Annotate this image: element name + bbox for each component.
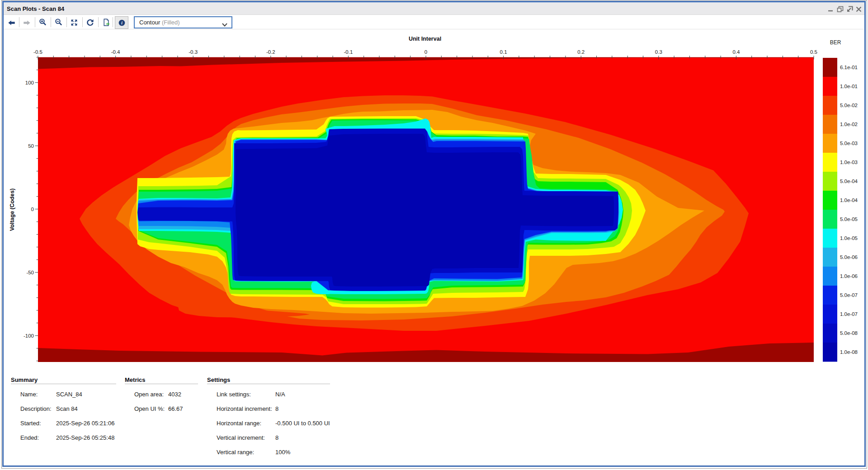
svg-text:-100: -100 [24, 333, 34, 338]
svg-text:0: 0 [31, 207, 34, 212]
svg-text:Voltage (Codes): Voltage (Codes) [9, 188, 15, 231]
svg-text:-0.5: -0.5 [33, 49, 42, 55]
svg-text:5.0e-04: 5.0e-04 [840, 179, 858, 184]
svg-text:1.0e-08: 1.0e-08 [840, 349, 858, 355]
svg-text:1.0e-05: 1.0e-05 [840, 235, 858, 241]
svg-text:BER: BER [830, 39, 841, 46]
svg-text:5.0e-03: 5.0e-03 [840, 141, 858, 146]
svg-text:1.0e-02: 1.0e-02 [840, 122, 858, 127]
svg-text:5.0e-07: 5.0e-07 [840, 292, 858, 298]
svg-text:-0.3: -0.3 [189, 49, 198, 55]
svg-text:5.0e-02: 5.0e-02 [840, 103, 858, 108]
svg-text:1.0e-03: 1.0e-03 [840, 160, 858, 165]
svg-text:0: 0 [425, 49, 427, 55]
svg-text:0.5: 0.5 [810, 49, 817, 55]
svg-text:-0.1: -0.1 [344, 49, 353, 55]
svg-text:-0.2: -0.2 [266, 49, 275, 55]
svg-text:1.0e-06: 1.0e-06 [840, 273, 858, 279]
svg-text:5.0e-08: 5.0e-08 [840, 330, 858, 336]
svg-text:5.0e-06: 5.0e-06 [840, 254, 858, 260]
svg-text:-0.4: -0.4 [111, 49, 120, 55]
svg-text:6.1e-01: 6.1e-01 [840, 65, 858, 70]
svg-text:0.3: 0.3 [655, 49, 662, 55]
svg-text:1.0e-07: 1.0e-07 [840, 311, 858, 317]
svg-text:Unit Interval: Unit Interval [409, 36, 441, 42]
svg-text:1.0e-01: 1.0e-01 [840, 84, 858, 89]
svg-text:100: 100 [25, 80, 34, 85]
svg-text:50: 50 [28, 143, 34, 149]
svg-text:0.2: 0.2 [577, 49, 585, 55]
svg-text:-50: -50 [26, 270, 34, 275]
svg-text:0.1: 0.1 [500, 49, 507, 55]
svg-text:0.4: 0.4 [732, 49, 740, 55]
svg-text:1.0e-04: 1.0e-04 [840, 197, 858, 203]
svg-text:5.0e-05: 5.0e-05 [840, 216, 858, 222]
